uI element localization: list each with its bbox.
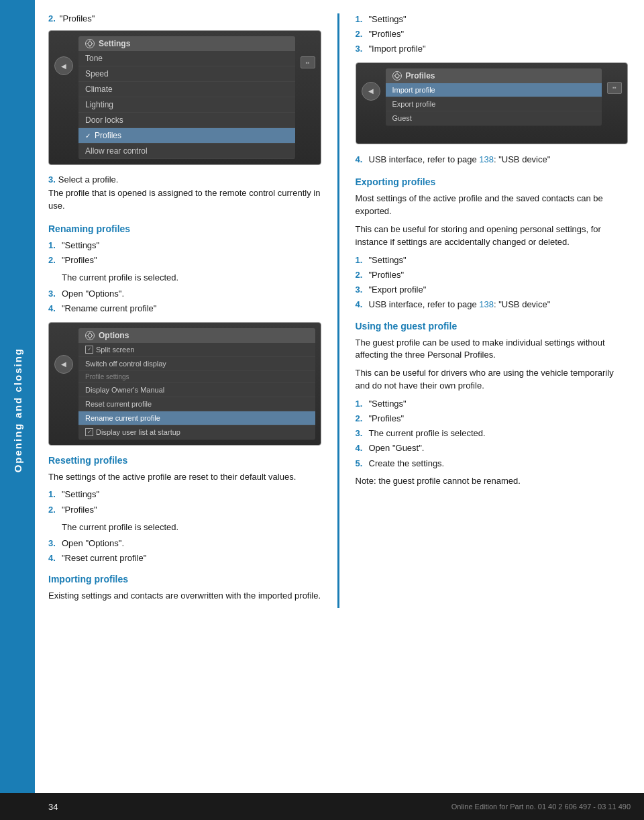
step-text: "Settings" xyxy=(369,398,629,410)
guest-list: 1. "Settings" 2. "Profiles" 3. The curre… xyxy=(356,398,629,470)
options-splitscreen: ✓ Split screen xyxy=(78,343,315,357)
step-num: 3. xyxy=(356,284,366,296)
guest-body2: This can be useful for drivers who are u… xyxy=(356,367,629,393)
export-ref-link[interactable]: 138 xyxy=(479,299,494,309)
exporting-body2: This can be useful for storing and openi… xyxy=(356,223,629,249)
userlist-text: Display user list at startup xyxy=(96,428,180,436)
options-userlist: ✓ Display user list at startup xyxy=(78,425,315,440)
step-num: 1. xyxy=(48,240,59,252)
settings-item-speed: Speed xyxy=(78,66,295,82)
step-text: "Profiles" xyxy=(369,413,629,425)
step-num: 4. xyxy=(356,299,366,311)
profiles-icon xyxy=(392,71,402,81)
options-displaymanual: Display Owner's Manual xyxy=(78,383,315,397)
check-box-icon2: ✓ xyxy=(85,428,93,436)
profiles-guest: Guest xyxy=(386,111,602,125)
page-number: 34 xyxy=(48,802,58,812)
check-icon: ✓ xyxy=(85,132,91,140)
renaming-sub: The current profile is selected. xyxy=(62,272,321,284)
step-text: "Profiles" xyxy=(62,504,321,516)
ctrl-button: ◀ xyxy=(54,56,73,75)
settings-icon xyxy=(85,39,95,48)
svg-point-0 xyxy=(88,42,92,46)
settings-item-lighting: Lighting xyxy=(78,97,295,113)
step-num: 4. xyxy=(48,303,59,315)
side-btn-top: ▪▪ xyxy=(301,56,315,68)
step-num: 3. xyxy=(356,43,366,55)
step-text: Create the settings. xyxy=(369,458,629,470)
settings-header: Settings xyxy=(78,36,295,51)
profiles-header: Profiles xyxy=(386,68,602,83)
options-renameprofile: Rename current profile xyxy=(78,411,315,425)
step-text: "Export profile" xyxy=(369,284,629,296)
step-text: "Settings" xyxy=(62,240,321,252)
step-num: 1. xyxy=(356,254,366,266)
step-text: "Settings" xyxy=(369,254,629,266)
resetting-list: 1. "Settings" 2. "Profiles" xyxy=(48,489,321,515)
resetting-step4: 4. "Reset current profile" xyxy=(48,552,321,564)
step-num: 2. xyxy=(48,504,59,516)
settings-item-doorlocks: Door locks xyxy=(78,113,295,128)
step2-num: 2. xyxy=(48,13,56,23)
import-step4: 4. USB interface, refer to page 138: "US… xyxy=(356,154,629,166)
profiles-title: Profiles xyxy=(406,71,435,81)
step-num: 3. xyxy=(48,537,59,550)
sidebar-label: Opening and closing xyxy=(12,348,23,472)
step-text: "Settings" xyxy=(369,13,629,25)
guest-note: Note: the guest profile cannot be rename… xyxy=(356,475,629,488)
sidebar: Opening and closing xyxy=(0,0,35,820)
exporting-step3: 3. "Export profile" xyxy=(356,284,629,296)
settings-item-allowrear: Allow rear control xyxy=(78,144,295,159)
settings-title: Settings xyxy=(99,39,130,48)
options-title: Options xyxy=(99,331,129,340)
step3: 3. Select a profile. xyxy=(48,174,321,185)
step-num: 4. xyxy=(356,442,366,454)
step3-num: 3. xyxy=(48,174,56,185)
exporting-step4: 4. USB interface, refer to page 138: "US… xyxy=(356,299,629,311)
importing-heading: Importing profiles xyxy=(48,574,321,584)
settings-menu: Settings Tone Speed Climate Lighting Doo… xyxy=(78,36,295,159)
step-num: 1. xyxy=(356,13,366,25)
footer-edition: Online Edition for Part no. 01 40 2 606 … xyxy=(451,803,631,811)
options-profilesettings: Profile settings xyxy=(78,371,315,383)
renaming-step2: 2. "Profiles" xyxy=(48,254,321,266)
options-screen-inner: ◀ Options xyxy=(49,323,321,445)
import-step3: 3. "Import profile" xyxy=(356,43,629,55)
profiles-body: The profile that is opened is assigned t… xyxy=(48,187,321,213)
step-text: "Settings" xyxy=(62,489,321,501)
step-num: 1. xyxy=(48,489,59,501)
guest-step4: 4. Open "Guest". xyxy=(356,442,629,454)
profiles-screen: ◀ Profile xyxy=(356,62,629,144)
profiles-import: Import profile xyxy=(386,83,602,97)
import-step1: 1. "Settings" xyxy=(356,13,629,25)
options-menu: Options ✓ Split screen Switch off contro… xyxy=(78,328,315,440)
resetting-step2: 2. "Profiles" xyxy=(48,504,321,516)
guest-body1: The guest profile can be used to make in… xyxy=(356,337,629,362)
step-text: USB interface, refer to page 138: "USB d… xyxy=(369,299,629,311)
step-num: 1. xyxy=(356,398,366,410)
resetting-step1: 1. "Settings" xyxy=(48,489,321,501)
options-screen: ◀ Options xyxy=(48,322,321,446)
step-num: 2. xyxy=(356,269,366,281)
step-text: Open "Options". xyxy=(62,537,321,550)
step-num: 2. xyxy=(48,254,59,266)
step-text: "Profiles" xyxy=(62,254,321,266)
column-divider xyxy=(337,13,339,608)
profiles-screen-inner: ◀ Profile xyxy=(356,63,628,144)
options-switchoff: Switch off control display xyxy=(78,357,315,371)
step-num: 3. xyxy=(48,288,59,300)
importing-body: Existing settings and contacts are overw… xyxy=(48,590,321,603)
guest-step5: 5. Create the settings. xyxy=(356,458,629,470)
left-column: 2. "Profiles" ◀ xyxy=(48,13,321,608)
step-text: "Rename current profile" xyxy=(62,303,321,315)
svg-point-5 xyxy=(88,334,92,338)
step-text: "Profiles" xyxy=(369,269,629,281)
left-control: ◀ xyxy=(54,56,73,75)
exporting-list: 1. "Settings" 2. "Profiles" 3. "Export p… xyxy=(356,254,629,311)
right-btns-profiles: ▪▪ xyxy=(607,82,622,94)
import-pre-steps: 1. "Settings" 2. "Profiles" 3. "Import p… xyxy=(356,13,629,56)
step-num: 2. xyxy=(356,413,366,425)
exporting-step1: 1. "Settings" xyxy=(356,254,629,266)
exporting-step2: 2. "Profiles" xyxy=(356,269,629,281)
import-ref-link[interactable]: 138 xyxy=(479,154,494,164)
